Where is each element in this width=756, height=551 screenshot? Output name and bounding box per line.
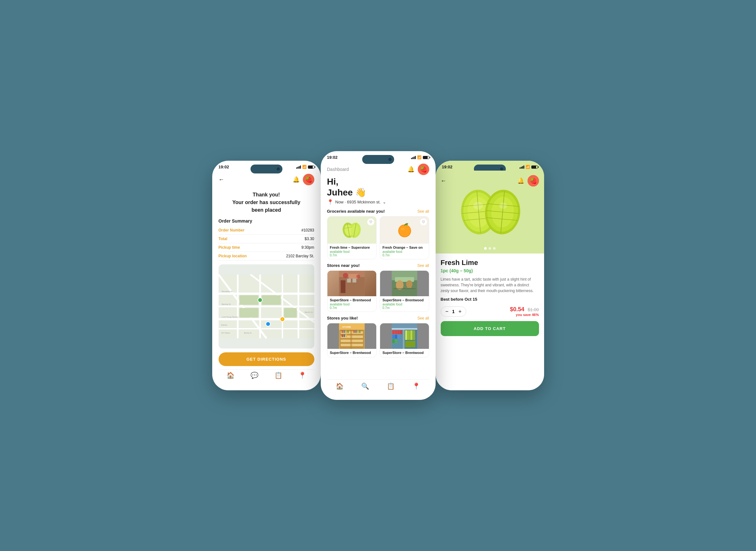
nav-home-icon[interactable]: 🏠 — [227, 372, 235, 379]
add-to-cart-button[interactable]: ADD TO CART — [441, 321, 539, 336]
orange-product-name: Fresh Orange – Save on — [383, 245, 426, 249]
svg-text:1277 Nelson: 1277 Nelson — [221, 332, 230, 334]
svg-rect-41 — [352, 279, 356, 283]
nav2-search-icon[interactable]: 🔍 — [361, 382, 369, 390]
svg-rect-84 — [397, 335, 400, 339]
pickup-location-value: 2102 Barclay St. — [286, 254, 314, 258]
bell3-icon[interactable]: 🔔 — [517, 177, 524, 184]
svg-rect-40 — [347, 279, 351, 283]
pickup-location-label: Pickup location — [219, 254, 247, 258]
lime-wishlist-button[interactable]: ♡ — [367, 218, 374, 225]
dashboard-header: Dashboard 🔔 🍓 — [327, 163, 429, 175]
wifi2-icon: 📶 — [417, 155, 422, 159]
nav2-list-icon[interactable]: 📋 — [387, 382, 395, 390]
store1-name: SuperStore – Brentwood — [330, 298, 374, 302]
orange-product-dist: 0.7m — [383, 253, 426, 257]
store2-name: SuperStore – Brentwood — [383, 298, 426, 302]
quantity-stepper[interactable]: − 1 + — [441, 307, 466, 317]
svg-rect-12 — [262, 295, 281, 305]
svg-rect-51 — [407, 282, 411, 288]
svg-rect-39 — [340, 280, 345, 293]
phone3-status-icons: 📶 — [520, 165, 538, 169]
svg-rect-89 — [410, 330, 412, 340]
svg-rect-71 — [359, 330, 360, 333]
store1-image — [327, 271, 376, 296]
original-price: $1.00 — [527, 307, 539, 312]
hero-back-button[interactable]: ← — [441, 178, 447, 184]
svg-rect-83 — [395, 335, 397, 339]
svg-rect-62 — [345, 330, 346, 333]
current-price: $0.54 — [510, 306, 524, 313]
avatar3[interactable]: 🍓 — [527, 175, 539, 186]
svg-rect-79 — [395, 330, 397, 334]
svg-rect-11 — [239, 295, 258, 305]
phone-dashboard: 19:02 📶 Dashboard 🔔 🍓 — [321, 151, 436, 400]
dashboard-scroll[interactable]: Groceries available near you! See all — [327, 209, 429, 380]
quantity-decrease-button[interactable]: − — [446, 309, 448, 315]
wifi-icon: 📶 — [302, 165, 307, 169]
get-directions-button[interactable]: GET DIRECTIONS — [219, 352, 314, 366]
svg-rect-81 — [400, 330, 402, 334]
nav-chat-icon[interactable]: 💬 — [251, 372, 258, 379]
svg-rect-13 — [239, 308, 258, 318]
quantity-increase-button[interactable]: + — [459, 309, 462, 315]
phone1-camera — [277, 167, 280, 170]
back-button[interactable]: ← — [219, 176, 224, 183]
phones-container: 19:02 📶 ← 🔔 🍓 — [212, 151, 544, 400]
liked-store2-card[interactable]: SuperStore – Brentwood — [380, 323, 429, 358]
svg-rect-90 — [413, 330, 415, 340]
nav-list-icon[interactable]: 📋 — [274, 372, 282, 379]
store2-tag: available food — [383, 303, 426, 306]
orange-product-card[interactable]: ♡ Fresh Orange – Save on available food … — [380, 216, 429, 259]
svg-rect-64 — [341, 335, 343, 337]
store1-dist: 0.7m — [330, 306, 374, 310]
wifi3-icon: 📶 — [526, 165, 530, 169]
bottom-nav-phone2: 🏠 🔍 📋 📍 — [327, 380, 429, 391]
svg-text:Baron's Co: Baron's Co — [305, 311, 313, 313]
stores-see-all[interactable]: See all — [418, 263, 429, 268]
svg-rect-14 — [284, 308, 297, 318]
location-dropdown-icon[interactable]: ⌄ — [383, 199, 386, 204]
phone2-time: 19:02 — [327, 155, 338, 160]
liked-stores-section-header: Stores you like! See all — [327, 316, 429, 321]
bell-icon[interactable]: 🔔 — [293, 176, 300, 183]
svg-point-25 — [281, 318, 284, 321]
lime-product-tag: available food — [330, 250, 374, 253]
order-summary: Order Summary Order Number #10283 Total … — [219, 218, 314, 260]
svg-rect-92 — [392, 328, 417, 330]
svg-rect-52 — [393, 288, 416, 289]
nav-location-icon[interactable]: 📍 — [298, 372, 306, 379]
phone1-header: ← 🔔 🍓 — [219, 174, 314, 185]
lime-product-card[interactable]: ♡ Fresh lime – Superstore available food… — [327, 216, 376, 259]
groceries-see-all[interactable]: See all — [418, 209, 429, 214]
avatar2[interactable]: 🍓 — [418, 163, 429, 175]
nav2-location-icon[interactable]: 📍 — [412, 382, 420, 390]
svg-text:STORE: STORE — [342, 326, 351, 329]
svg-point-22 — [258, 298, 262, 302]
product-title: Fresh Lime — [441, 258, 539, 267]
order-row-pickup-time: Pickup time 9:30pm — [219, 243, 314, 252]
liked-store2-image — [380, 323, 429, 349]
liked-store1-card[interactable]: STORE SuperStore – Brentwood — [327, 323, 376, 358]
best-before-text: Best before Oct 15 — [441, 297, 539, 302]
location-bar[interactable]: 📍 Now · 6935 Mckinnon st. ⌄ — [327, 199, 429, 205]
nav2-home-icon[interactable]: 🏠 — [336, 382, 344, 390]
battery3-icon — [531, 165, 538, 169]
price-quantity-row: − 1 + $0.54 $1.00 you save 46% — [441, 306, 539, 317]
hero-action-icons: 🔔 🍓 — [517, 175, 539, 186]
svg-rect-65 — [343, 335, 345, 337]
greeting-text: Hi,Juhee 👋 — [327, 176, 429, 198]
bell2-icon[interactable]: 🔔 — [408, 166, 415, 173]
liked-stores-see-all[interactable]: See all — [418, 316, 429, 321]
orange-wishlist-button[interactable]: ♡ — [420, 218, 427, 225]
signal2-icon — [411, 156, 416, 159]
lime-hero-image — [458, 183, 522, 241]
signal3-icon — [520, 165, 524, 169]
avatar[interactable]: 🍓 — [303, 174, 314, 185]
store1-card[interactable]: SuperStore – Brentwood available food 0.… — [327, 270, 376, 312]
svg-text:Barclay St.: Barclay St. — [222, 303, 231, 305]
bottom-nav-phone1: 🏠 💬 📋 📍 — [219, 369, 314, 381]
svg-rect-85 — [392, 339, 395, 343]
store2-card[interactable]: SuperStore – Brentwood available food 0.… — [380, 270, 429, 312]
svg-rect-60 — [341, 330, 343, 333]
